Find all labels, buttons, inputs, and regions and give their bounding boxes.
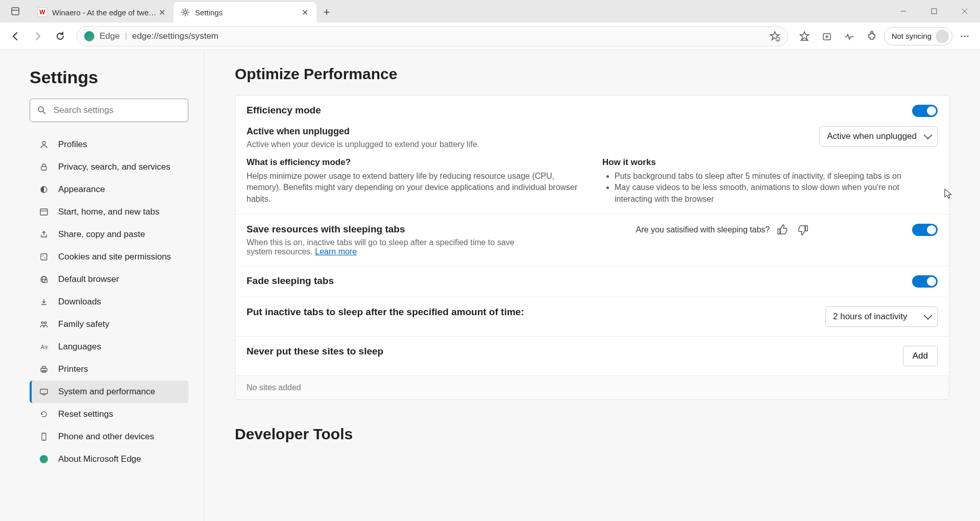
settings-nav: Profiles Privacy, search, and services A… [30,133,188,470]
refresh-button[interactable] [50,26,70,46]
svg-rect-4 [932,9,937,14]
row-sleeping-tabs: Save resources with sleeping tabs When t… [235,214,949,266]
sleeping-title: Save resources with sleeping tabs [247,224,532,235]
row-never-sleep: Never put these sites to sleep Add [235,336,949,375]
svg-point-19 [42,141,45,145]
sleeping-toggle[interactable] [912,224,938,236]
feedback-question: Are you satisified with sleeping tabs? [636,225,770,234]
svg-rect-0 [12,8,19,15]
svg-line-18 [43,111,45,114]
how-heading: How it works [602,157,938,168]
settings-content: Optimize Performance Efficiency mode Act… [204,50,980,521]
maximize-button[interactable] [919,0,949,22]
add-button[interactable]: Add [903,346,938,366]
favorite-star-icon[interactable]: G [769,31,780,42]
performance-button[interactable] [839,26,860,46]
svg-point-31 [41,322,43,324]
address-url: edge://settings/system [132,31,764,41]
nav-appearance[interactable]: Appearance [30,178,188,201]
inactive-title: Put inactive tabs to sleep after the spe… [247,306,524,318]
row-efficiency-mode: Efficiency mode Active when unplugged Ac… [235,96,949,214]
efficiency-dropdown[interactable]: Active when unplugged [819,126,938,147]
tab-actions-button[interactable] [0,0,31,22]
back-button[interactable] [5,26,26,46]
svg-point-17 [38,107,43,112]
never-title: Never put these sites to sleep [247,346,383,357]
phone-icon [39,432,49,442]
close-icon[interactable]: ✕ [157,8,166,17]
download-icon [39,297,49,307]
nav-default-browser[interactable]: Default browser [30,268,188,291]
settings-page: Settings Profiles Privacy, search, and s… [0,50,980,521]
inactive-dropdown[interactable]: 2 hours of inactivity [825,306,938,327]
what-text: Helps minimize power usage to extend bat… [247,171,582,205]
nav-reset[interactable]: Reset settings [30,403,188,425]
nav-about[interactable]: About Microsoft Edge [30,448,188,470]
nav-printers[interactable]: Printers [30,358,188,381]
svg-point-14 [961,35,963,37]
nav-languages[interactable]: A字Languages [30,336,188,358]
svg-rect-20 [41,167,46,170]
nav-start[interactable]: Start, home, and new tabs [30,201,188,223]
svg-text:字: 字 [44,345,48,350]
row-inactive-timer: Put inactive tabs to sleep after the spe… [235,297,949,336]
svg-rect-38 [40,389,47,394]
collections-button[interactable] [817,26,837,46]
title-bar: W Winaero - At the edge of tweaking ✕ Se… [0,0,980,22]
svg-point-16 [967,35,969,37]
thumbs-down-icon[interactable] [796,224,808,236]
svg-text:G: G [776,38,779,41]
svg-point-32 [44,322,46,324]
efficiency-sub-desc: Active when your device is unplugged to … [247,140,809,149]
tab-winaero[interactable]: W Winaero - At the edge of tweaking ✕ [31,2,174,22]
window-icon [39,207,49,217]
tab-title: Settings [195,8,300,17]
search-settings[interactable] [30,99,188,122]
nav-privacy[interactable]: Privacy, search, and services [30,156,188,178]
nav-phone[interactable]: Phone and other devices [30,425,188,448]
language-icon: A字 [39,342,49,352]
nav-family[interactable]: Family safety [30,313,188,336]
minimize-button[interactable] [888,0,919,22]
system-icon [39,387,49,397]
app-menu-button[interactable] [954,26,975,46]
svg-point-26 [44,257,45,258]
extensions-button[interactable] [862,26,882,46]
learn-more-link[interactable]: Learn more [315,247,357,256]
nav-cookies[interactable]: Cookies and site permissions [30,246,188,268]
avatar-icon [936,30,949,43]
section-heading-devtools: Developer Tools [235,425,949,443]
fade-toggle[interactable] [912,275,938,288]
close-window-button[interactable] [949,0,980,22]
nav-profiles[interactable]: Profiles [30,133,188,156]
favorites-button[interactable] [794,26,815,46]
what-heading: What is efficiency mode? [247,157,582,168]
svg-point-15 [964,35,966,37]
tab-settings[interactable]: Settings ✕ [174,2,316,22]
row-fade: Fade sleeping tabs [235,266,949,297]
thumbs-up-icon[interactable] [777,224,789,236]
svg-rect-22 [40,209,47,215]
lock-icon [39,162,49,172]
close-icon[interactable]: ✕ [300,8,309,17]
sleeping-desc: When this is on, inactive tabs will go t… [247,238,532,256]
efficiency-title: Efficiency mode [247,105,902,116]
forward-button[interactable] [28,26,48,46]
new-tab-button[interactable]: + [316,2,337,22]
address-bar[interactable]: Edge | edge://settings/system G [77,26,788,46]
search-input[interactable] [54,105,181,115]
sidebar-title: Settings [30,67,188,87]
nav-downloads[interactable]: Downloads [30,291,188,313]
how-item: Puts background tabs to sleep after 5 mi… [615,171,938,182]
nav-share[interactable]: Share, copy and paste [30,223,188,246]
how-item: May cause videos to be less smooth, anim… [615,182,938,205]
efficiency-toggle[interactable] [912,105,938,117]
profile-button[interactable]: Not syncing [884,27,952,45]
svg-rect-35 [41,368,47,371]
nav-system[interactable]: System and performance [30,381,188,403]
person-icon [39,139,49,150]
efficiency-sub-title: Active when unplugged [247,126,809,137]
svg-point-2 [184,11,187,14]
favicon: W [38,8,47,17]
svg-point-41 [43,439,44,440]
